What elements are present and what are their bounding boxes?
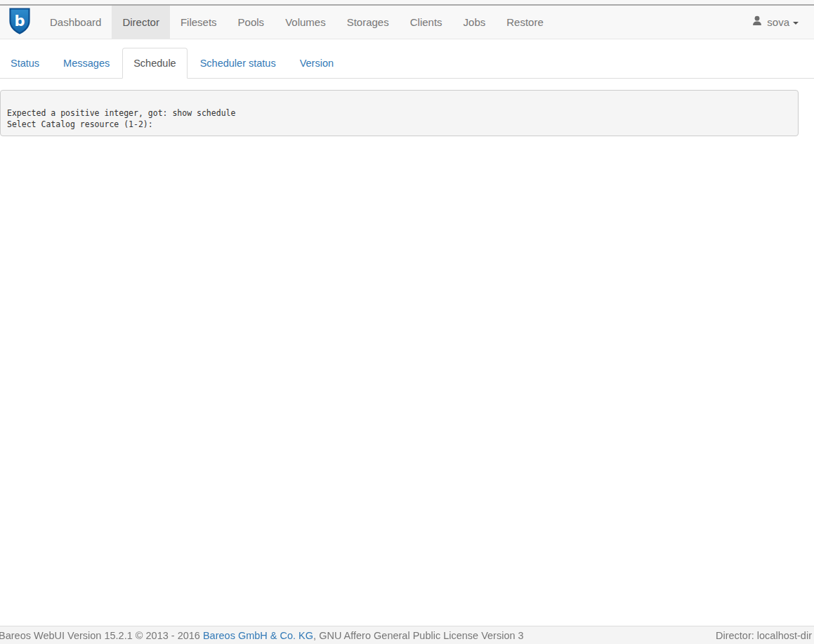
nav-item-label[interactable]: Filesets [170,6,228,39]
navbar-menu: DashboardDirectorFilesetsPoolsVolumesSto… [39,6,554,39]
footer-director-name: Director: localhost-dir [716,630,812,641]
tab-label[interactable]: Version [289,48,345,79]
director-tabs-wrap: StatusMessagesScheduleScheduler statusVe… [0,48,814,79]
nav-item-restore[interactable]: Restore [496,6,554,39]
nav-item-label[interactable]: Restore [496,6,554,39]
nav-item-filesets[interactable]: Filesets [170,6,228,39]
footer-version-text: Bareos WebUI Version 15.2.1 © 2013 - 201… [0,630,524,641]
nav-item-label[interactable]: Pools [228,6,275,39]
footer-version-prefix: Bareos WebUI Version 15.2.1 © 2013 - 201… [0,630,203,641]
tab-label[interactable]: Messages [52,48,121,79]
tab-messages[interactable]: Messages [52,48,121,79]
tab-version[interactable]: Version [289,48,345,79]
nav-item-label[interactable]: Volumes [275,6,336,39]
tab-label[interactable]: Schedule [122,48,187,79]
main-navbar: b DashboardDirectorFilesetsPoolsVolumesS… [0,6,814,39]
nav-item-pools[interactable]: Pools [228,6,275,39]
user-name: sova [767,16,789,28]
nav-item-label[interactable]: Director [112,6,170,39]
nav-item-jobs[interactable]: Jobs [453,6,497,39]
nav-item-storages[interactable]: Storages [336,6,400,39]
tab-schedule[interactable]: Schedule [122,48,187,79]
tab-status[interactable]: Status [0,48,51,79]
bareos-logo[interactable]: b [0,6,39,39]
nav-item-dashboard[interactable]: Dashboard [39,6,112,39]
tab-label[interactable]: Status [0,48,51,79]
nav-item-clients[interactable]: Clients [400,6,453,39]
nav-item-director[interactable]: Director [112,6,170,39]
caret-down-icon [793,22,799,25]
user-icon [752,15,762,29]
footer-license-text: , GNU Affero General Public License Vers… [313,630,524,641]
page-footer: Bareos WebUI Version 15.2.1 © 2013 - 201… [0,626,814,644]
svg-text:b: b [14,13,25,29]
director-tabs: StatusMessagesScheduleScheduler statusVe… [0,48,814,79]
nav-item-label[interactable]: Jobs [453,6,497,39]
user-dropdown[interactable]: sova [752,6,814,39]
tab-scheduler-status[interactable]: Scheduler status [189,48,287,79]
bareos-shield-icon: b [9,8,30,37]
footer-company-link[interactable]: Bareos GmbH & Co. KG [203,630,313,641]
nav-item-label[interactable]: Dashboard [39,6,112,39]
nav-item-label[interactable]: Storages [336,6,400,39]
console-output: Expected a positive integer, got: show s… [0,90,799,136]
nav-item-label[interactable]: Clients [400,6,453,39]
nav-item-volumes[interactable]: Volumes [275,6,336,39]
tab-label[interactable]: Scheduler status [189,48,287,79]
